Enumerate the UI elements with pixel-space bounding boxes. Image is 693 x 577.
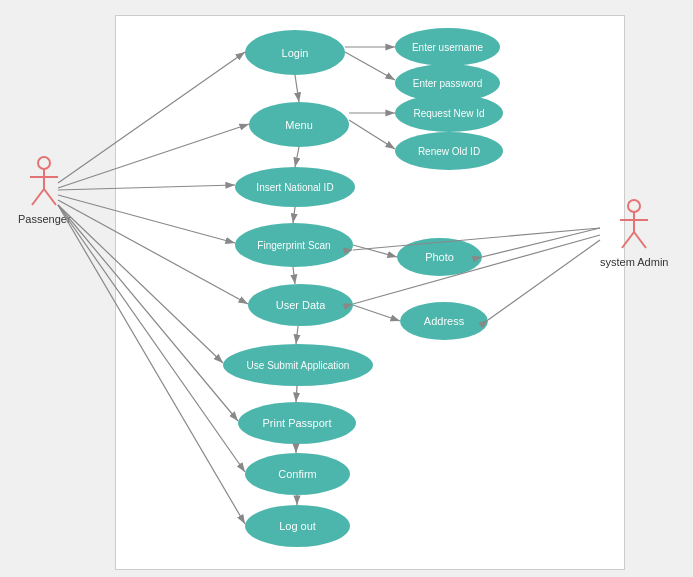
svg-line-3 [32, 189, 44, 205]
svg-line-9 [634, 232, 646, 248]
diagram-box [115, 15, 625, 570]
node-confirm: Confirm [245, 453, 350, 495]
diagram-container: Login Enter username Enter password Menu… [0, 0, 693, 577]
node-address: Address [400, 302, 488, 340]
node-insert-national-id: Insert National ID [235, 167, 355, 207]
node-print-passport: Print Passport [238, 402, 356, 444]
actor-sysadmin: system Admin [600, 198, 668, 268]
node-fingerprint-scan: Fingerprint Scan [235, 223, 353, 267]
svg-line-4 [44, 189, 56, 205]
node-use-submit: Use Submit Application [223, 344, 373, 386]
svg-line-8 [622, 232, 634, 248]
node-log-out: Log out [245, 505, 350, 547]
svg-point-0 [38, 157, 50, 169]
node-request-new-id: Request New Id [395, 94, 503, 132]
node-login: Login [245, 30, 345, 75]
node-renew-old-id: Renew Old ID [395, 132, 503, 170]
passenger-label: Passenger [18, 213, 71, 225]
svg-point-5 [628, 200, 640, 212]
node-menu: Menu [249, 102, 349, 147]
node-photo: Photo [397, 238, 482, 276]
sysadmin-label: system Admin [600, 256, 668, 268]
node-user-data: User Data [248, 284, 353, 326]
node-enter-username: Enter username [395, 28, 500, 66]
actor-passenger: Passenger [18, 155, 71, 225]
